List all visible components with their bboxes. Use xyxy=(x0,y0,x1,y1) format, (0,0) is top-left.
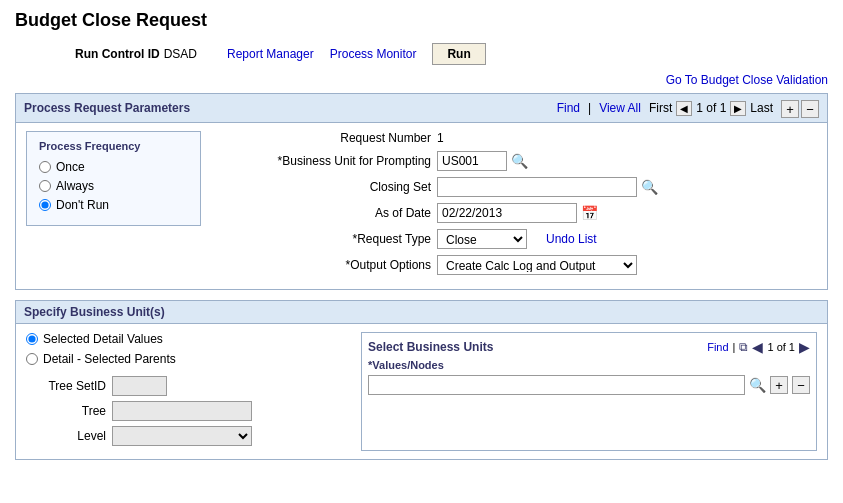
specify-bu-title: Specify Business Unit(s) xyxy=(24,305,165,319)
bu-nav-info: 1 of 1 xyxy=(767,341,795,353)
process-frequency-title: Process Frequency xyxy=(39,140,188,152)
detail-parents-label: Detail - Selected Parents xyxy=(43,352,176,366)
add-row-button[interactable]: + xyxy=(781,100,799,118)
once-radio[interactable] xyxy=(39,161,51,173)
remove-value-button[interactable]: − xyxy=(792,376,810,394)
values-nodes-input[interactable] xyxy=(368,375,745,395)
bu-find-link[interactable]: Find xyxy=(707,341,728,353)
request-type-label: *Request Type xyxy=(231,232,431,246)
bu-next-nav[interactable]: ▶ xyxy=(799,339,810,355)
go-to-validation-link[interactable]: Go To Budget Close Validation xyxy=(666,73,828,87)
level-label: Level xyxy=(26,429,106,443)
process-request-section: Process Request Parameters Find | View A… xyxy=(15,93,828,290)
dont-run-radio[interactable] xyxy=(39,199,51,211)
selected-detail-radio[interactable] xyxy=(26,333,38,345)
remove-row-button[interactable]: − xyxy=(801,100,819,118)
selected-detail-label: Selected Detail Values xyxy=(43,332,163,346)
always-radio[interactable] xyxy=(39,180,51,192)
as-of-date-input[interactable] xyxy=(437,203,577,223)
request-number-label: Request Number xyxy=(231,131,431,145)
select-bu-panel: Select Business Units Find | ⧉ ◀ 1 of 1 … xyxy=(361,332,817,451)
business-unit-input[interactable] xyxy=(437,151,507,171)
tree-setid-input[interactable] xyxy=(112,376,167,396)
undo-list-link[interactable]: Undo List xyxy=(546,232,597,246)
select-bu-title: Select Business Units xyxy=(368,340,493,354)
first-label: First xyxy=(649,101,672,115)
run-control-label: Run Control ID xyxy=(75,47,160,61)
request-type-select[interactable]: Close Open xyxy=(437,229,527,249)
closing-set-input[interactable] xyxy=(437,177,637,197)
closing-set-lookup-icon[interactable]: 🔍 xyxy=(641,179,658,195)
as-of-date-label: As of Date xyxy=(231,206,431,220)
prev-nav-button[interactable]: ◀ xyxy=(676,101,692,116)
always-label: Always xyxy=(56,179,94,193)
nav-info: 1 of 1 xyxy=(696,101,726,115)
popup-icon[interactable]: ⧉ xyxy=(739,340,748,354)
values-nodes-label: *Values/Nodes xyxy=(368,359,810,371)
run-button[interactable]: Run xyxy=(432,43,485,65)
calendar-icon[interactable]: 📅 xyxy=(581,205,598,221)
values-lookup-icon[interactable]: 🔍 xyxy=(749,377,766,393)
process-monitor-link[interactable]: Process Monitor xyxy=(330,47,417,61)
once-label: Once xyxy=(56,160,85,174)
business-unit-lookup-icon[interactable]: 🔍 xyxy=(511,153,528,169)
report-manager-link[interactable]: Report Manager xyxy=(227,47,314,61)
tree-setid-label: Tree SetID xyxy=(26,379,106,393)
bu-prev-nav[interactable]: ◀ xyxy=(752,339,763,355)
process-frequency-box: Process Frequency Once Always Don't Run xyxy=(26,131,201,226)
business-unit-label: *Business Unit for Prompting xyxy=(231,154,431,168)
next-nav-button[interactable]: ▶ xyxy=(730,101,746,116)
tree-input[interactable] xyxy=(112,401,252,421)
closing-set-label: Closing Set xyxy=(231,180,431,194)
last-label: Last xyxy=(750,101,773,115)
output-options-select[interactable]: Create Calc Log and Output Calc Log Only… xyxy=(437,255,637,275)
run-control-value: DSAD xyxy=(164,47,197,61)
add-value-button[interactable]: + xyxy=(770,376,788,394)
output-options-label: *Output Options xyxy=(231,258,431,272)
level-select[interactable] xyxy=(112,426,252,446)
request-number-value: 1 xyxy=(437,131,444,145)
page-title: Budget Close Request xyxy=(15,10,828,31)
tree-label: Tree xyxy=(26,404,106,418)
view-all-link[interactable]: View All xyxy=(599,101,641,115)
process-request-title: Process Request Parameters xyxy=(24,101,190,115)
dont-run-label: Don't Run xyxy=(56,198,109,212)
detail-parents-radio[interactable] xyxy=(26,353,38,365)
find-link[interactable]: Find xyxy=(557,101,580,115)
specify-business-units-section: Specify Business Unit(s) Selected Detail… xyxy=(15,300,828,460)
